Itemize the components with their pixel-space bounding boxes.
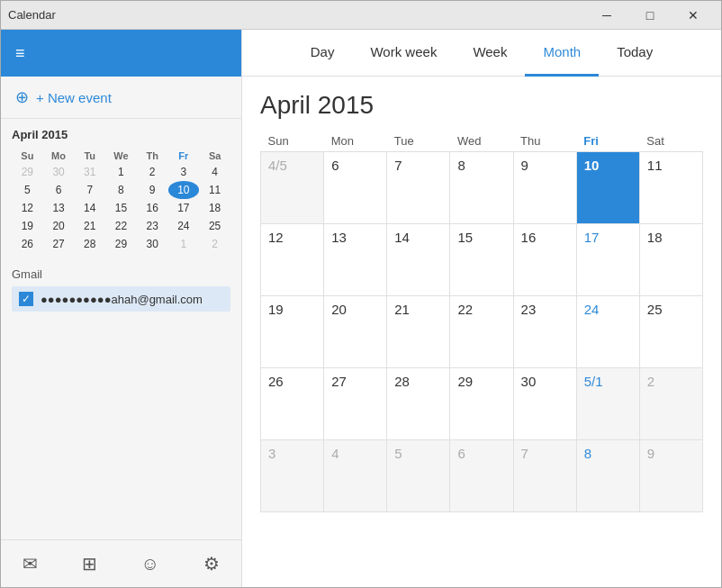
mini-cal-title: April 2015 xyxy=(12,126,230,143)
gmail-email: ●●●●●●●●●●ahah@gmail.com xyxy=(41,293,203,306)
gmail-checkbox[interactable]: ✓ xyxy=(19,292,33,306)
table-row[interactable]: 26 xyxy=(261,368,324,440)
new-event-button[interactable]: ⊕ + New event xyxy=(1,77,241,119)
mini-cell[interactable]: 13 xyxy=(43,199,75,217)
mini-cell[interactable]: 20 xyxy=(43,217,75,235)
table-row[interactable]: 16 xyxy=(513,224,576,296)
gmail-account-item[interactable]: ✓ ●●●●●●●●●●ahah@gmail.com xyxy=(12,286,230,312)
tab-day[interactable]: Day xyxy=(293,30,353,77)
settings-icon[interactable]: ⚙ xyxy=(193,547,230,580)
mini-cell[interactable]: 4 xyxy=(199,163,230,181)
mini-cell[interactable]: 3 xyxy=(168,163,200,181)
table-row[interactable]: 15 xyxy=(450,224,513,296)
mini-cell[interactable]: 28 xyxy=(74,235,105,253)
table-row[interactable]: 29 xyxy=(450,368,513,440)
table-row[interactable]: 13 xyxy=(324,224,387,296)
mini-cell[interactable]: 22 xyxy=(105,217,137,235)
mini-cell[interactable]: 19 xyxy=(12,217,43,235)
table-row[interactable]: 8 xyxy=(450,152,513,224)
table-row[interactable]: 23 xyxy=(513,296,576,368)
table-row[interactable]: 24 xyxy=(576,296,639,368)
table-row[interactable]: 9 xyxy=(513,152,576,224)
people-icon[interactable]: ☺ xyxy=(131,548,170,580)
table-row[interactable]: 25 xyxy=(639,296,702,368)
mini-cell[interactable]: 2 xyxy=(199,235,230,253)
tab-today[interactable]: Today xyxy=(599,30,671,77)
table-row[interactable]: 28 xyxy=(387,368,450,440)
tab-month[interactable]: Month xyxy=(525,30,599,77)
mini-cell[interactable]: 23 xyxy=(137,217,168,235)
gmail-section: Gmail ✓ ●●●●●●●●●●ahah@gmail.com xyxy=(1,260,241,319)
mini-cell[interactable]: 1 xyxy=(105,163,137,181)
tab-workweek[interactable]: Work week xyxy=(352,30,455,77)
mini-cell[interactable]: 25 xyxy=(199,217,230,235)
table-row[interactable]: 5 xyxy=(387,440,450,512)
calendar-title: April 2015 xyxy=(260,91,703,120)
mini-col-mo: Mo xyxy=(43,149,75,163)
table-row[interactable]: 30 xyxy=(513,368,576,440)
col-header-tue: Tue xyxy=(387,131,450,152)
mini-cell[interactable]: 12 xyxy=(12,199,43,217)
mini-cell[interactable]: 5 xyxy=(12,181,43,199)
table-row[interactable]: 22 xyxy=(450,296,513,368)
mini-cell[interactable]: 11 xyxy=(199,181,230,199)
mini-cell[interactable]: 26 xyxy=(12,235,43,253)
table-row[interactable]: 12 xyxy=(261,224,324,296)
mini-cell[interactable]: 14 xyxy=(74,199,105,217)
table-row[interactable]: 3 xyxy=(261,440,324,512)
table-row[interactable]: 9 xyxy=(639,440,702,512)
table-row[interactable]: 19 xyxy=(261,296,324,368)
mini-cell[interactable]: 16 xyxy=(137,199,168,217)
calendar-icon[interactable]: ⊞ xyxy=(71,547,108,580)
table-row[interactable]: 21 xyxy=(387,296,450,368)
mini-cell[interactable]: 18 xyxy=(199,199,230,217)
mini-cell[interactable]: 8 xyxy=(105,181,137,199)
mini-cell[interactable]: 30 xyxy=(137,235,168,253)
table-row-today[interactable]: 10 xyxy=(576,152,639,224)
table-row[interactable]: 11 xyxy=(639,152,702,224)
close-button[interactable]: ✕ xyxy=(672,1,714,30)
table-row[interactable]: 7 xyxy=(387,152,450,224)
table-row[interactable]: 7 xyxy=(513,440,576,512)
mini-cell[interactable]: 21 xyxy=(74,217,105,235)
mini-cell[interactable]: 1 xyxy=(168,235,200,253)
table-row[interactable]: 27 xyxy=(324,368,387,440)
calendar-content: April 2015 Sun Mon Tue Wed Thu Fri Sat xyxy=(242,77,721,587)
table-row[interactable]: 17 xyxy=(576,224,639,296)
table-row[interactable]: 5/1 xyxy=(576,368,639,440)
mini-cell[interactable]: 24 xyxy=(168,217,200,235)
tab-week[interactable]: Week xyxy=(455,30,525,77)
new-event-label: + New event xyxy=(36,90,112,105)
mini-cell-selected[interactable]: 10 xyxy=(168,181,200,199)
table-row[interactable]: 20 xyxy=(324,296,387,368)
table-row[interactable]: 8 xyxy=(576,440,639,512)
col-header-fri: Fri xyxy=(576,131,639,152)
mini-cell[interactable]: 9 xyxy=(137,181,168,199)
mini-cell[interactable]: 17 xyxy=(168,199,200,217)
mini-cell[interactable]: 7 xyxy=(74,181,105,199)
table-row[interactable]: 6 xyxy=(450,440,513,512)
mini-col-tu: Tu xyxy=(74,149,105,163)
table-row[interactable]: 4/5 xyxy=(261,152,324,224)
mini-cell[interactable]: 29 xyxy=(12,163,43,181)
mini-cell[interactable]: 15 xyxy=(105,199,137,217)
minimize-button[interactable]: ─ xyxy=(586,1,627,30)
mini-cell[interactable]: 27 xyxy=(43,235,75,253)
mini-cell[interactable]: 31 xyxy=(74,163,105,181)
table-row[interactable]: 18 xyxy=(639,224,702,296)
mini-cell[interactable]: 29 xyxy=(105,235,137,253)
mini-cell[interactable]: 6 xyxy=(43,181,75,199)
title-bar: Calendar ─ □ ✕ xyxy=(1,1,721,30)
new-event-icon: ⊕ xyxy=(15,87,29,107)
hamburger-icon[interactable]: ≡ xyxy=(15,44,25,63)
mini-cell[interactable]: 2 xyxy=(137,163,168,181)
maximize-button[interactable]: □ xyxy=(629,1,671,30)
app-title: Calendar xyxy=(8,8,56,22)
table-row[interactable]: 6 xyxy=(324,152,387,224)
table-row[interactable]: 14 xyxy=(387,224,450,296)
main-layout: ≡ ⊕ + New event April 2015 Su Mo Tu We T… xyxy=(1,30,721,587)
mini-cell[interactable]: 30 xyxy=(43,163,75,181)
mail-icon[interactable]: ✉ xyxy=(12,547,49,580)
table-row[interactable]: 2 xyxy=(639,368,702,440)
table-row[interactable]: 4 xyxy=(324,440,387,512)
